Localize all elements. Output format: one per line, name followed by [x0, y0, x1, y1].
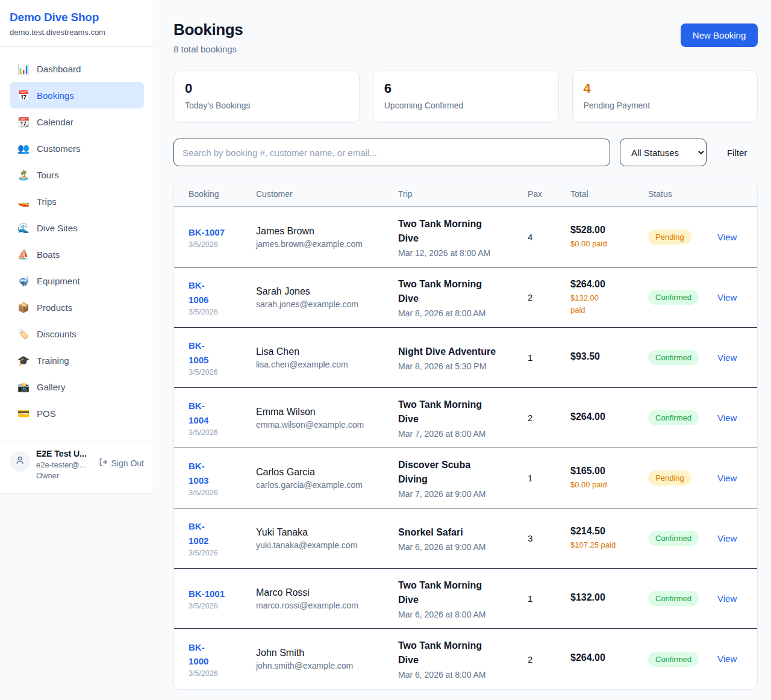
- customer-email: james.brown@example.com: [256, 239, 392, 249]
- stat-value: 0: [185, 81, 348, 96]
- view-link[interactable]: View: [717, 593, 737, 604]
- trip-name: Two Tank Morning Dive: [398, 639, 522, 667]
- booking-id-link[interactable]: BK- 1004: [189, 399, 250, 427]
- table-row: BK- 1000 3/5/2026 John Smith john.smith@…: [174, 629, 757, 689]
- main-content: Bookings 8 total bookings New Booking 0 …: [154, 0, 771, 700]
- pax-count: 1: [528, 593, 570, 604]
- new-booking-button[interactable]: New Booking: [681, 23, 758, 47]
- booking-date: 3/5/2026: [189, 308, 250, 316]
- table-row: BK- 1002 3/5/2026 Yuki Tanaka yuki.tanak…: [174, 508, 757, 569]
- booking-date: 3/5/2026: [189, 549, 250, 557]
- sidebar-item-label: POS: [37, 408, 56, 419]
- customer-email: lisa.chen@example.com: [256, 360, 392, 369]
- customer-email: sarah.jones@example.com: [256, 299, 392, 309]
- stats-cards: 0 Today's Bookings 6 Upcoming Confirmed …: [173, 70, 758, 123]
- search-input[interactable]: [173, 139, 610, 166]
- sidebar-item[interactable]: 🚤 Trips: [10, 188, 144, 214]
- sidebar-item-label: Discounts: [37, 329, 76, 339]
- sidebar-item-label: Bookings: [37, 90, 74, 101]
- sidebar-item[interactable]: 📆 Calendar: [10, 108, 144, 135]
- booking-id-link[interactable]: BK- 1002: [189, 519, 250, 548]
- booking-id-link[interactable]: BK-1007: [189, 225, 250, 239]
- status-badge: Confirmed: [648, 290, 699, 305]
- sidebar-item[interactable]: 📅 Bookings: [10, 82, 144, 108]
- view-link[interactable]: View: [717, 473, 737, 483]
- sign-out-icon: [98, 457, 108, 469]
- sidebar-item-label: Gallery: [37, 382, 66, 392]
- trip-name: Discover Scuba Diving: [398, 458, 522, 487]
- sidebar-item[interactable]: 👥 Customers: [10, 135, 144, 161]
- person-icon: [14, 455, 25, 468]
- sidebar-item[interactable]: 📦 Products: [10, 294, 144, 320]
- total-amount: $165.00: [570, 466, 642, 477]
- pax-count: 1: [528, 473, 570, 483]
- user-section: E2E Test U... e2e-tester@... Owner Sign …: [0, 440, 154, 493]
- bookings-table: Booking Customer Trip Pax Total Status B…: [173, 181, 758, 690]
- view-link[interactable]: View: [717, 352, 737, 363]
- sign-out-button[interactable]: Sign Out: [98, 457, 144, 469]
- sidebar-item-label: Dashboard: [37, 64, 81, 74]
- sidebar-item-label: Dive Sites: [37, 223, 78, 233]
- booking-id-link[interactable]: BK- 1003: [189, 459, 250, 487]
- trip-datetime: Mar 8, 2026 at 5:30 PM: [398, 361, 522, 371]
- stat-value: 4: [584, 81, 747, 96]
- trip-name: Two Tank Morning Dive: [398, 398, 522, 427]
- column-header-status: Status: [648, 189, 717, 199]
- sidebar-item-icon: 🏝️: [17, 169, 30, 181]
- booking-date: 3/5/2026: [189, 669, 250, 678]
- column-header-booking: Booking: [189, 189, 256, 199]
- booking-id-link[interactable]: BK- 1005: [189, 339, 250, 367]
- status-badge: Pending: [648, 470, 691, 486]
- booking-id-link[interactable]: BK- 1006: [189, 278, 250, 307]
- filter-button[interactable]: Filter: [716, 142, 758, 164]
- avatar: [10, 451, 30, 472]
- sidebar-item[interactable]: 💳 POS: [10, 400, 144, 427]
- customer-name: Marco Rossi: [256, 587, 392, 598]
- sidebar-item[interactable]: 🌊 Dive Sites: [10, 214, 144, 241]
- total-amount: $264.00: [570, 279, 642, 290]
- customer-name: James Brown: [256, 226, 392, 237]
- view-link[interactable]: View: [717, 292, 737, 302]
- view-link[interactable]: View: [717, 654, 737, 664]
- status-badge: Confirmed: [648, 350, 699, 365]
- sidebar-item[interactable]: 🏷️ Discounts: [10, 320, 144, 347]
- sidebar-item-icon: 🚤: [17, 196, 30, 207]
- view-link[interactable]: View: [717, 533, 737, 543]
- sidebar: Demo Dive Shop demo.test.divestreams.com…: [0, 0, 154, 494]
- sidebar-item[interactable]: 📸 Gallery: [10, 373, 144, 400]
- status-badge: Confirmed: [648, 410, 699, 425]
- total-amount: $264.00: [570, 652, 642, 663]
- sidebar-item[interactable]: ⛵ Boats: [10, 241, 144, 267]
- sidebar-item-icon: 🌊: [17, 222, 30, 234]
- sidebar-item[interactable]: 🏝️ Tours: [10, 161, 144, 188]
- page-title: Bookings: [173, 20, 243, 39]
- sidebar-item-icon: 🤿: [17, 275, 30, 287]
- booking-id-link[interactable]: BK-1001: [189, 587, 250, 601]
- paid-amount: $0.00 paid: [570, 238, 642, 250]
- paid-amount: $0.00 paid: [570, 479, 642, 491]
- table-row: BK-1007 3/5/2026 James Brown james.brown…: [174, 207, 757, 267]
- sidebar-item[interactable]: 📊 Dashboard: [10, 55, 144, 82]
- table-row: BK- 1006 3/5/2026 Sarah Jones sarah.jone…: [174, 267, 757, 328]
- view-link[interactable]: View: [717, 232, 737, 242]
- sidebar-nav: 📊 Dashboard 📅 Bookings 📆 Calendar 👥 Cust…: [0, 47, 154, 433]
- pax-count: 2: [528, 654, 570, 664]
- status-select[interactable]: All Statuses: [620, 139, 707, 166]
- sidebar-item[interactable]: 🤿 Equipment: [10, 267, 144, 294]
- table-header-row: Booking Customer Trip Pax Total Status: [174, 181, 757, 207]
- sign-out-label: Sign Out: [111, 458, 144, 468]
- shop-domain: demo.test.divestreams.com: [10, 28, 144, 37]
- user-role: Owner: [36, 471, 92, 480]
- booking-date: 3/5/2026: [189, 489, 250, 497]
- trip-name: Night Dive Adventure: [398, 345, 522, 359]
- view-link[interactable]: View: [717, 413, 737, 423]
- table-row: BK-1001 3/5/2026 Marco Rossi marco.rossi…: [174, 569, 757, 629]
- sidebar-item-label: Training: [37, 355, 69, 366]
- trip-name: Two Tank Morning Dive: [398, 277, 522, 306]
- total-amount: $264.00: [570, 411, 642, 422]
- booking-id-link[interactable]: BK- 1000: [189, 640, 250, 669]
- pax-count: 4: [528, 232, 570, 242]
- sidebar-item[interactable]: 🎓 Training: [10, 347, 144, 373]
- trip-datetime: Mar 6, 2026 at 8:00 AM: [398, 670, 522, 680]
- booking-date: 3/5/2026: [189, 602, 250, 610]
